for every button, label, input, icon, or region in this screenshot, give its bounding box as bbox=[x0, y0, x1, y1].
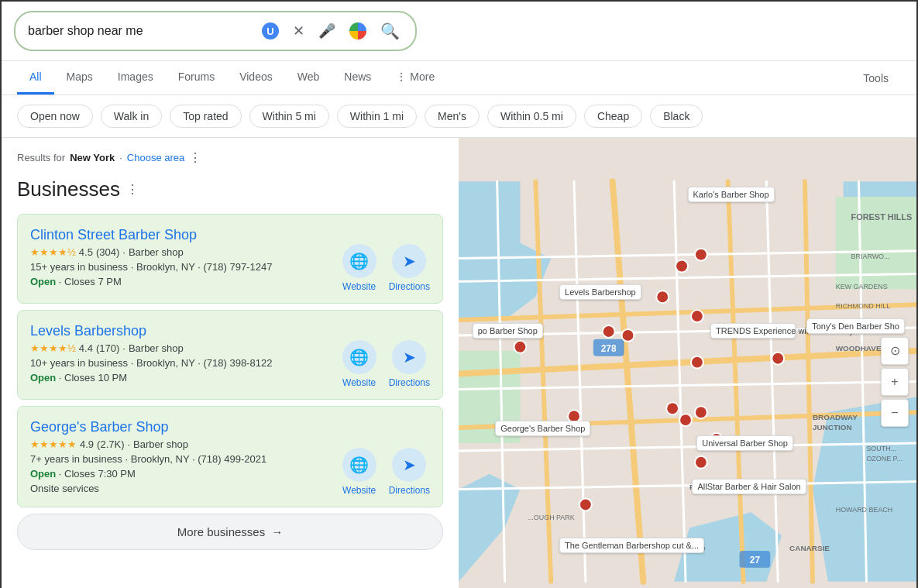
business-name-1[interactable]: Clinton Street Barber Shop bbox=[30, 227, 329, 243]
chip-within-5mi[interactable]: Within 5 mi bbox=[249, 105, 329, 128]
chip-cheap[interactable]: Cheap bbox=[584, 105, 642, 128]
business-extra-3: Onsite services bbox=[30, 483, 329, 494]
search-icons: U ✕ 🎤 🔍 bbox=[259, 19, 403, 43]
map-label-tonys[interactable]: Tony's Den Barber Sho bbox=[806, 318, 905, 334]
u-button[interactable]: U bbox=[259, 19, 282, 43]
tab-maps[interactable]: Maps bbox=[54, 61, 105, 95]
location-1: Brooklyn, NY bbox=[136, 261, 195, 273]
tab-videos[interactable]: Videos bbox=[227, 61, 285, 95]
results-prefix: Results for bbox=[17, 152, 65, 163]
search-icon: 🔍 bbox=[380, 22, 400, 40]
chip-black[interactable]: Black bbox=[650, 105, 703, 128]
svg-point-22 bbox=[603, 325, 615, 338]
business-actions-3: 🌐 Website ➤ Directions bbox=[342, 448, 430, 496]
rating-value-3: 4.9 bbox=[80, 438, 94, 450]
map-label-universal[interactable]: Universal Barber Shop bbox=[696, 435, 793, 451]
svg-text:OZONE P...: OZONE P... bbox=[866, 455, 902, 462]
tab-images[interactable]: Images bbox=[105, 61, 166, 95]
zoom-out-button[interactable]: − bbox=[881, 399, 909, 427]
directions-button-2[interactable]: ➤ Directions bbox=[389, 340, 430, 388]
map-label-allstar[interactable]: AllStar Barber & Hair Salon bbox=[692, 479, 806, 494]
more-businesses-button[interactable]: More businesses → bbox=[17, 514, 443, 550]
business-status-1: Open · Closes 7 PM bbox=[30, 276, 329, 287]
map-label-gentleman[interactable]: The Gentleman Barbershop cut &... bbox=[559, 538, 704, 553]
business-name-2[interactable]: Levels Barbershop bbox=[30, 323, 329, 339]
tab-tools[interactable]: Tools bbox=[851, 63, 901, 94]
results-dot: · bbox=[119, 152, 122, 163]
tab-news[interactable]: News bbox=[332, 61, 383, 95]
map-label-levels[interactable]: Levels Barbershop bbox=[559, 284, 641, 300]
clear-icon: ✕ bbox=[293, 22, 304, 40]
tab-forums[interactable]: Forums bbox=[166, 61, 227, 95]
business-info-3: 7+ years in business · Brooklyn, NY · (7… bbox=[30, 453, 329, 465]
chip-mens[interactable]: Men's bbox=[425, 105, 480, 128]
years-3: 7+ years in business bbox=[30, 453, 122, 465]
review-count-2: (170) bbox=[96, 342, 119, 354]
directions-icon-1: ➤ bbox=[392, 244, 426, 278]
svg-point-35 bbox=[695, 456, 707, 469]
results-location: New York bbox=[70, 152, 115, 163]
svg-text:KEW GARDENS: KEW GARDENS bbox=[836, 283, 888, 291]
rating-value-1: 4.5 bbox=[79, 246, 93, 258]
chip-within-05mi[interactable]: Within 0.5 mi bbox=[487, 105, 576, 128]
results-more-icon[interactable]: ⋮ bbox=[189, 150, 201, 165]
choose-area-link[interactable]: Choose area bbox=[127, 152, 184, 163]
map-label-karlos[interactable]: Karlo's Barber Shop bbox=[688, 187, 775, 202]
business-card-1: Clinton Street Barber Shop ★★★★½ 4.5 (30… bbox=[17, 214, 443, 304]
lens-icon bbox=[349, 22, 366, 40]
tab-more[interactable]: ⋮ More bbox=[383, 61, 447, 95]
locate-button[interactable]: ⊙ bbox=[881, 337, 909, 365]
search-button[interactable]: 🔍 bbox=[377, 19, 403, 43]
map-panel[interactable]: 278 27 FOREST HILLS BRIARWO... KEW GARDE… bbox=[459, 138, 916, 588]
website-button-1[interactable]: 🌐 Website bbox=[342, 244, 376, 292]
svg-text:SOUTH...: SOUTH... bbox=[866, 445, 896, 452]
svg-point-33 bbox=[695, 406, 707, 418]
stars-2: ★★★★½ bbox=[30, 342, 76, 354]
location-2: Brooklyn, NY bbox=[136, 357, 195, 369]
years-2: 10+ years in business bbox=[30, 357, 128, 369]
business-info-1: 15+ years in business · Brooklyn, NY · (… bbox=[30, 261, 329, 273]
tab-web[interactable]: Web bbox=[285, 61, 332, 95]
map-label-georges[interactable]: George's Barber Shop bbox=[495, 421, 590, 436]
search-bar-container: U ✕ 🎤 🔍 bbox=[2, 2, 916, 61]
svg-point-21 bbox=[514, 341, 527, 353]
business-card-2: Levels Barbershop ★★★★½ 4.4 (170) · Barb… bbox=[17, 310, 443, 400]
map-label-po-barber[interactable]: po Barber Shop bbox=[473, 323, 543, 339]
chip-within-1mi[interactable]: Within 1 mi bbox=[337, 105, 417, 128]
website-icon-2: 🌐 bbox=[342, 340, 376, 374]
map-label-trends[interactable]: TRENDS Experience with thick curly hair bbox=[710, 323, 796, 339]
business-rating-2: ★★★★½ 4.4 (170) · Barber shop bbox=[30, 342, 329, 354]
tab-all[interactable]: All bbox=[17, 61, 54, 95]
svg-text:BRIARWO...: BRIARWO... bbox=[851, 253, 890, 260]
svg-text:FOREST HILLS: FOREST HILLS bbox=[851, 212, 913, 222]
open-text-3: Open bbox=[30, 468, 56, 480]
svg-point-28 bbox=[691, 356, 703, 369]
review-count-3: (2.7K) bbox=[97, 438, 124, 450]
website-button-2[interactable]: 🌐 Website bbox=[342, 340, 376, 388]
business-status-2: Open · Closes 10 PM bbox=[30, 372, 329, 383]
lens-button[interactable] bbox=[346, 19, 370, 43]
chip-open-now[interactable]: Open now bbox=[17, 105, 93, 128]
u-icon: U bbox=[262, 22, 279, 40]
directions-button-3[interactable]: ➤ Directions bbox=[389, 448, 430, 496]
business-name-3[interactable]: George's Barber Shop bbox=[30, 419, 329, 435]
chip-walk-in[interactable]: Walk in bbox=[101, 105, 162, 128]
svg-text:CANARSIE: CANARSIE bbox=[789, 544, 830, 552]
map-svg: 278 27 FOREST HILLS BRIARWO... KEW GARDE… bbox=[459, 138, 916, 588]
mic-button[interactable]: 🎤 bbox=[315, 19, 339, 43]
businesses-title: Businesses bbox=[17, 177, 120, 201]
svg-text:27: 27 bbox=[750, 555, 761, 566]
website-icon-1: 🌐 bbox=[342, 244, 376, 278]
clear-button[interactable]: ✕ bbox=[290, 19, 308, 43]
website-button-3[interactable]: 🌐 Website bbox=[342, 448, 376, 496]
businesses-more-icon[interactable]: ⋮ bbox=[126, 182, 139, 197]
search-input[interactable] bbox=[28, 24, 253, 38]
chip-top-rated[interactable]: Top rated bbox=[170, 105, 241, 128]
directions-button-1[interactable]: ➤ Directions bbox=[389, 244, 430, 292]
business-card-3: George's Barber Shop ★★★★★ 4.9 (2.7K) · … bbox=[17, 406, 443, 507]
type-sep-1: · bbox=[122, 246, 125, 258]
phone-1: (718) 797-1247 bbox=[203, 261, 272, 273]
zoom-in-button[interactable]: + bbox=[881, 368, 909, 396]
website-icon-3: 🌐 bbox=[342, 448, 376, 482]
svg-point-27 bbox=[691, 310, 703, 322]
